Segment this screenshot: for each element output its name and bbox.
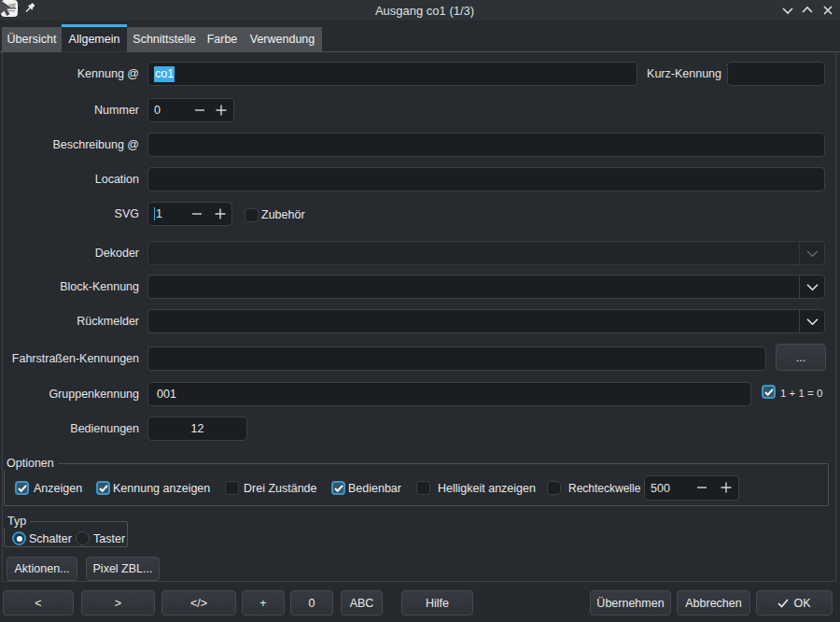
svg-text:vgl: vgl bbox=[8, 2, 15, 7]
